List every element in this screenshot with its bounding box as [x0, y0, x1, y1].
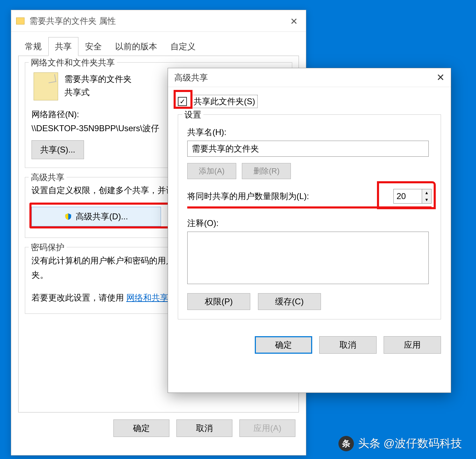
cancel-button[interactable]: 取消 [176, 419, 232, 437]
share-name-label: 共享名(H): [187, 127, 432, 138]
settings-legend: 设置 [182, 109, 203, 120]
tab-customize[interactable]: 自定义 [164, 37, 202, 56]
folder-icon [16, 17, 24, 24]
user-limit-row: 将同时共享的用户数量限制为(L): ▲ ▼ [187, 189, 432, 204]
annotation-highlight [174, 90, 192, 109]
adv-cancel-button[interactable]: 取消 [319, 336, 377, 354]
user-limit-label: 将同时共享的用户数量限制为(L): [187, 191, 309, 202]
tab-sharing[interactable]: 共享 [48, 37, 78, 56]
window-title: 需要共享的文件夹 属性 [29, 15, 116, 27]
share-folder-checkbox-row: ✓ 共享此文件夹(S) [178, 95, 441, 108]
tab-security[interactable]: 安全 [78, 37, 108, 56]
annotation-highlight [187, 206, 432, 209]
adv-dialog-buttons: 确定 取消 应用 [168, 327, 451, 363]
advanced-sharing-dialog: 高级共享 ✕ ✓ 共享此文件夹(S) 设置 共享名(H): 添加(A) 删除(R… [168, 68, 451, 393]
permissions-button[interactable]: 权限(P) [187, 293, 250, 310]
adv-apply-button[interactable]: 应用 [384, 336, 441, 354]
comment-label: 注释(O): [187, 218, 432, 229]
comment-textarea[interactable] [187, 232, 429, 284]
annotation-highlight [377, 181, 436, 209]
adv-title: 高级共享 [174, 72, 208, 83]
watermark-text: @波仔数码科技 [384, 436, 462, 451]
password-protection-legend: 密码保护 [29, 242, 66, 253]
remove-button[interactable]: 删除(R) [242, 163, 291, 179]
settings-group: 设置 共享名(H): 添加(A) 删除(R) 将同时共享的用户数量限制为(L):… [178, 114, 441, 319]
password-desc-2: 若要更改此设置，请使用 [31, 293, 124, 302]
add-button[interactable]: 添加(A) [187, 163, 236, 179]
shared-folder-name: 需要共享的文件夹 [64, 72, 132, 86]
tabs: 常规 共享 安全 以前的版本 自定义 [11, 32, 306, 56]
watermark: 条 头条 @波仔数码科技 [338, 436, 462, 451]
adv-titlebar[interactable]: 高级共享 ✕ [168, 68, 451, 87]
advanced-sharing-legend: 高级共享 [29, 172, 66, 183]
shared-folder-icon [34, 72, 58, 100]
share-folder-checkbox-label: 共享此文件夹(S) [191, 95, 258, 108]
caching-button[interactable]: 缓存(C) [258, 293, 321, 310]
tab-previous-versions[interactable]: 以前的版本 [108, 37, 164, 56]
titlebar[interactable]: 需要共享的文件夹 属性 ✕ [11, 10, 306, 32]
close-icon[interactable]: ✕ [287, 15, 301, 28]
share-button[interactable]: 共享(S)... [31, 140, 84, 159]
apply-button[interactable]: 应用(A) [239, 419, 295, 437]
share-state: 共享式 [64, 86, 132, 99]
network-sharing-legend: 网络文件和文件夹共享 [29, 57, 117, 68]
adv-ok-button[interactable]: 确定 [255, 336, 312, 354]
watermark-prefix: 头条 [358, 436, 380, 451]
watermark-logo-icon: 条 [338, 436, 354, 451]
tab-general[interactable]: 常规 [18, 37, 48, 56]
close-icon[interactable]: ✕ [436, 72, 444, 83]
dialog-buttons: 确定 取消 应用(A) [11, 412, 306, 437]
share-name-input[interactable] [187, 141, 429, 157]
ok-button[interactable]: 确定 [113, 419, 169, 437]
annotation-highlight [29, 203, 173, 228]
